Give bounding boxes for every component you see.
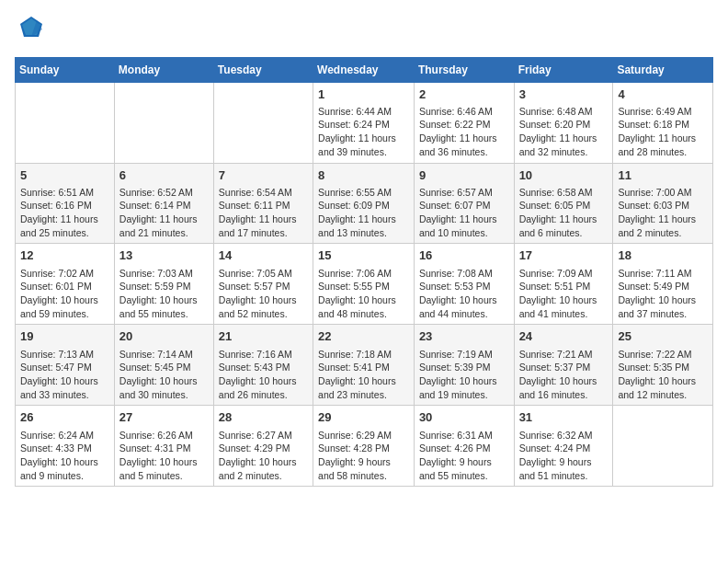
calendar-cell: 7Sunrise: 6:54 AM Sunset: 6:11 PM Daylig…	[213, 163, 313, 244]
calendar-cell: 10Sunrise: 6:58 AM Sunset: 6:05 PM Dayli…	[514, 163, 613, 244]
calendar-week-2: 5Sunrise: 6:51 AM Sunset: 6:16 PM Daylig…	[16, 163, 713, 244]
cell-content: Sunrise: 7:03 AM Sunset: 5:59 PM Dayligh…	[119, 267, 209, 321]
calendar-week-4: 19Sunrise: 7:13 AM Sunset: 5:47 PM Dayli…	[16, 325, 713, 406]
calendar-cell: 22Sunrise: 7:18 AM Sunset: 5:41 PM Dayli…	[313, 325, 415, 406]
day-number: 14	[219, 247, 308, 264]
cell-content: Sunrise: 7:00 AM Sunset: 6:03 PM Dayligh…	[618, 186, 708, 240]
cell-content: Sunrise: 6:31 AM Sunset: 4:26 PM Dayligh…	[419, 429, 509, 483]
day-number: 25	[618, 328, 708, 345]
day-number: 2	[419, 86, 509, 103]
weekday-header-saturday: Saturday	[613, 57, 713, 82]
cell-content: Sunrise: 7:16 AM Sunset: 5:43 PM Dayligh…	[219, 348, 308, 402]
calendar-cell: 13Sunrise: 7:03 AM Sunset: 5:59 PM Dayli…	[114, 244, 213, 325]
cell-content: Sunrise: 7:09 AM Sunset: 5:51 PM Dayligh…	[519, 267, 609, 321]
calendar-cell: 15Sunrise: 7:06 AM Sunset: 5:55 PM Dayli…	[313, 244, 415, 325]
cell-content: Sunrise: 6:32 AM Sunset: 4:24 PM Dayligh…	[519, 429, 609, 483]
calendar-cell: 20Sunrise: 7:14 AM Sunset: 5:45 PM Dayli…	[114, 325, 213, 406]
cell-content: Sunrise: 7:13 AM Sunset: 5:47 PM Dayligh…	[20, 348, 109, 402]
calendar-cell: 18Sunrise: 7:11 AM Sunset: 5:49 PM Dayli…	[613, 244, 713, 325]
day-number: 29	[318, 409, 409, 426]
calendar-cell: 5Sunrise: 6:51 AM Sunset: 6:16 PM Daylig…	[16, 163, 115, 244]
cell-content: Sunrise: 7:19 AM Sunset: 5:39 PM Dayligh…	[419, 348, 509, 402]
day-number: 30	[419, 409, 509, 426]
calendar-body: 1Sunrise: 6:44 AM Sunset: 6:24 PM Daylig…	[16, 82, 713, 487]
calendar-cell: 17Sunrise: 7:09 AM Sunset: 5:51 PM Dayli…	[514, 244, 613, 325]
day-number: 27	[119, 409, 209, 426]
calendar-cell: 16Sunrise: 7:08 AM Sunset: 5:53 PM Dayli…	[414, 244, 514, 325]
cell-content: Sunrise: 6:52 AM Sunset: 6:14 PM Dayligh…	[119, 186, 209, 240]
weekday-header-monday: Monday	[114, 57, 213, 82]
day-number: 12	[20, 247, 109, 264]
calendar-cell	[213, 82, 313, 163]
day-number: 11	[618, 167, 708, 184]
day-number: 13	[119, 247, 209, 264]
day-number: 20	[119, 328, 209, 345]
cell-content: Sunrise: 7:18 AM Sunset: 5:41 PM Dayligh…	[318, 348, 409, 402]
calendar-cell: 4Sunrise: 6:49 AM Sunset: 6:18 PM Daylig…	[613, 82, 713, 163]
logo-icon	[18, 15, 44, 40]
cell-content: Sunrise: 7:21 AM Sunset: 5:37 PM Dayligh…	[519, 348, 609, 402]
cell-content: Sunrise: 6:24 AM Sunset: 4:33 PM Dayligh…	[20, 429, 109, 483]
cell-content: Sunrise: 7:06 AM Sunset: 5:55 PM Dayligh…	[318, 267, 409, 321]
day-number: 4	[618, 86, 708, 103]
calendar-cell: 6Sunrise: 6:52 AM Sunset: 6:14 PM Daylig…	[114, 163, 213, 244]
day-number: 7	[219, 167, 308, 184]
cell-content: Sunrise: 6:26 AM Sunset: 4:31 PM Dayligh…	[119, 429, 209, 483]
calendar-cell: 12Sunrise: 7:02 AM Sunset: 6:01 PM Dayli…	[16, 244, 115, 325]
weekday-header-tuesday: Tuesday	[213, 57, 313, 82]
weekday-header-sunday: Sunday	[16, 57, 115, 82]
calendar-cell: 14Sunrise: 7:05 AM Sunset: 5:57 PM Dayli…	[213, 244, 313, 325]
day-number: 28	[219, 409, 308, 426]
page-header	[15, 15, 713, 46]
logo	[15, 15, 44, 46]
cell-content: Sunrise: 6:27 AM Sunset: 4:29 PM Dayligh…	[219, 429, 308, 483]
day-number: 9	[419, 167, 509, 184]
calendar-cell: 9Sunrise: 6:57 AM Sunset: 6:07 PM Daylig…	[414, 163, 514, 244]
calendar-week-3: 12Sunrise: 7:02 AM Sunset: 6:01 PM Dayli…	[16, 244, 713, 325]
day-number: 16	[419, 247, 509, 264]
day-number: 8	[318, 167, 409, 184]
cell-content: Sunrise: 6:44 AM Sunset: 6:24 PM Dayligh…	[318, 105, 409, 159]
weekday-header-friday: Friday	[514, 57, 613, 82]
day-number: 1	[318, 86, 409, 103]
day-number: 22	[318, 328, 409, 345]
cell-content: Sunrise: 7:02 AM Sunset: 6:01 PM Dayligh…	[20, 267, 109, 321]
cell-content: Sunrise: 6:49 AM Sunset: 6:18 PM Dayligh…	[618, 105, 708, 159]
cell-content: Sunrise: 7:14 AM Sunset: 5:45 PM Dayligh…	[119, 348, 209, 402]
weekday-header-thursday: Thursday	[414, 57, 514, 82]
day-number: 18	[618, 247, 708, 264]
calendar-cell: 21Sunrise: 7:16 AM Sunset: 5:43 PM Dayli…	[213, 325, 313, 406]
day-number: 31	[519, 409, 609, 426]
cell-content: Sunrise: 7:05 AM Sunset: 5:57 PM Dayligh…	[219, 267, 308, 321]
calendar-week-5: 26Sunrise: 6:24 AM Sunset: 4:33 PM Dayli…	[16, 406, 713, 487]
calendar-cell: 28Sunrise: 6:27 AM Sunset: 4:29 PM Dayli…	[213, 406, 313, 487]
calendar-cell	[613, 406, 713, 487]
weekday-header-wednesday: Wednesday	[313, 57, 415, 82]
day-number: 17	[519, 247, 609, 264]
cell-content: Sunrise: 7:08 AM Sunset: 5:53 PM Dayligh…	[419, 267, 509, 321]
day-number: 24	[519, 328, 609, 345]
day-number: 19	[20, 328, 109, 345]
calendar-cell: 30Sunrise: 6:31 AM Sunset: 4:26 PM Dayli…	[414, 406, 514, 487]
calendar-cell: 29Sunrise: 6:29 AM Sunset: 4:28 PM Dayli…	[313, 406, 415, 487]
cell-content: Sunrise: 6:46 AM Sunset: 6:22 PM Dayligh…	[419, 105, 509, 159]
cell-content: Sunrise: 7:22 AM Sunset: 5:35 PM Dayligh…	[618, 348, 708, 402]
day-number: 23	[419, 328, 509, 345]
day-number: 15	[318, 247, 409, 264]
cell-content: Sunrise: 6:48 AM Sunset: 6:20 PM Dayligh…	[519, 105, 609, 159]
calendar-cell: 3Sunrise: 6:48 AM Sunset: 6:20 PM Daylig…	[514, 82, 613, 163]
calendar-cell: 25Sunrise: 7:22 AM Sunset: 5:35 PM Dayli…	[613, 325, 713, 406]
calendar-cell: 24Sunrise: 7:21 AM Sunset: 5:37 PM Dayli…	[514, 325, 613, 406]
day-number: 26	[20, 409, 109, 426]
calendar-header-row: SundayMondayTuesdayWednesdayThursdayFrid…	[16, 57, 713, 82]
cell-content: Sunrise: 6:55 AM Sunset: 6:09 PM Dayligh…	[318, 186, 409, 240]
day-number: 10	[519, 167, 609, 184]
calendar-cell	[114, 82, 213, 163]
calendar-cell: 31Sunrise: 6:32 AM Sunset: 4:24 PM Dayli…	[514, 406, 613, 487]
calendar-cell	[16, 82, 115, 163]
calendar-cell: 26Sunrise: 6:24 AM Sunset: 4:33 PM Dayli…	[16, 406, 115, 487]
cell-content: Sunrise: 6:51 AM Sunset: 6:16 PM Dayligh…	[20, 186, 109, 240]
cell-content: Sunrise: 6:57 AM Sunset: 6:07 PM Dayligh…	[419, 186, 509, 240]
calendar-cell: 27Sunrise: 6:26 AM Sunset: 4:31 PM Dayli…	[114, 406, 213, 487]
calendar-cell: 8Sunrise: 6:55 AM Sunset: 6:09 PM Daylig…	[313, 163, 415, 244]
